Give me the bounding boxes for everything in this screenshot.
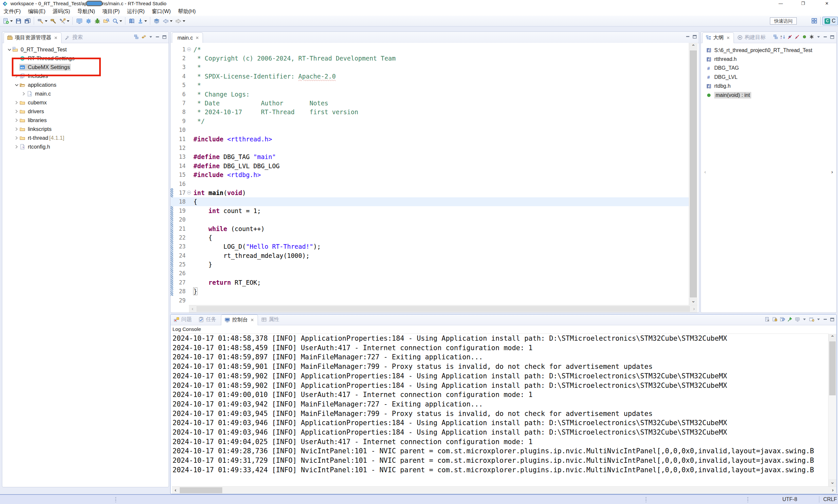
chevron-collapsed-icon[interactable] xyxy=(14,136,19,140)
tree-item-body[interactable]: libraries xyxy=(19,117,48,124)
scroll-left-arrow[interactable]: ‹ xyxy=(189,305,196,312)
outline-item-rtthread-h[interactable]: rtthread.h xyxy=(701,55,836,64)
hidestatic-icon[interactable]: s xyxy=(795,34,800,39)
tree-item-body[interactable]: rt-thread [4.1.1] xyxy=(19,134,64,141)
dropdown-caret[interactable] xyxy=(144,20,147,22)
quick-access-box[interactable]: 快速访问 xyxy=(770,17,797,24)
linkeditor-icon[interactable] xyxy=(141,34,146,39)
outline-item-dbg-lvl[interactable]: #DBG_LVL xyxy=(701,73,836,82)
console-scroll-left-arrow[interactable]: ‹ xyxy=(172,487,179,494)
displayconsole-icon[interactable] xyxy=(795,317,800,322)
back-button[interactable] xyxy=(161,17,174,25)
tree-item-body[interactable]: C0_RT_Thread_Test xyxy=(12,46,68,53)
build-button[interactable] xyxy=(36,17,49,25)
openconsole-icon[interactable] xyxy=(809,317,814,322)
collapseall-icon[interactable] xyxy=(134,34,139,39)
tree-item-body[interactable]: .cmain.c xyxy=(26,90,52,97)
outline-tab[interactable]: 构建目标 xyxy=(734,32,769,43)
tree-item-body[interactable]: cubemx xyxy=(19,99,48,106)
tree-item-applications[interactable]: applications xyxy=(2,80,168,89)
menu-窗口W[interactable]: 窗口(W) xyxy=(148,7,175,16)
editor-vscroll-thumb[interactable] xyxy=(690,50,697,298)
outline-scroll-right-arrow[interactable]: › xyxy=(828,32,836,312)
console-tab[interactable]: 问题 xyxy=(171,314,195,325)
chevron-collapsed-icon[interactable] xyxy=(14,100,19,105)
fold-marker-icon[interactable] xyxy=(187,191,192,195)
open-resource-button[interactable] xyxy=(102,17,111,25)
viewmenu-icon[interactable] xyxy=(816,317,821,321)
menu-帮助H[interactable]: 帮助(H) xyxy=(175,7,199,16)
tree-item-drivers[interactable]: drivers xyxy=(2,107,168,116)
tree-item-linkscripts[interactable]: linkscripts xyxy=(2,125,168,133)
tree-item-0-rt-thread-test[interactable]: C0_RT_Thread_Test xyxy=(2,45,168,54)
tools-button[interactable] xyxy=(58,17,70,25)
tree-item-main-c[interactable]: .cmain.c xyxy=(2,89,168,98)
scrolllock-icon[interactable] xyxy=(772,317,778,322)
minview-icon[interactable] xyxy=(823,317,827,322)
collapseall-icon[interactable] xyxy=(773,34,778,39)
window-close-button[interactable]: ✕ xyxy=(819,0,834,7)
dropdown-caret[interactable] xyxy=(10,20,13,22)
console-vscroll-thumb[interactable] xyxy=(829,341,836,395)
editor-hscroll-thumb[interactable] xyxy=(196,306,690,312)
new-wizard-button[interactable] xyxy=(2,17,14,25)
hidefields-icon[interactable] xyxy=(788,34,792,39)
c-perspective-button[interactable]: C C xyxy=(822,17,838,25)
chevron-collapsed-icon[interactable] xyxy=(14,109,19,114)
editor-horizontal-scrollbar[interactable]: ‹ › xyxy=(189,305,698,312)
viewmenu-icon[interactable] xyxy=(149,35,153,39)
save-all-button[interactable] xyxy=(23,17,32,25)
tree-item-rtconfig-h[interactable]: .hrtconfig.h xyxy=(2,142,168,151)
maxview-icon[interactable] xyxy=(692,34,697,39)
minview-icon[interactable] xyxy=(685,34,690,39)
outline-item-main-void-int[interactable]: main(void) : int xyxy=(701,91,836,100)
chevron-collapsed-icon[interactable] xyxy=(14,127,19,131)
filterast-icon[interactable] xyxy=(809,34,814,39)
menu-项目P[interactable]: 项目(P) xyxy=(99,7,123,16)
chevron-expanded-icon[interactable] xyxy=(6,47,12,52)
scroll-right-arrow[interactable]: › xyxy=(690,305,698,312)
menu-源码S[interactable]: 源码(S) xyxy=(49,7,74,16)
wordwrap-icon[interactable] xyxy=(780,317,785,322)
explorer-tab[interactable]: 项目资源管理器 xyxy=(4,32,61,43)
debug-button[interactable] xyxy=(93,17,102,25)
tree-item-rt-thread[interactable]: rt-thread [4.1.1] xyxy=(2,133,168,142)
menu-运行R[interactable]: 运行(R) xyxy=(123,7,148,16)
menu-导航N[interactable]: 导航(N) xyxy=(74,7,99,16)
dropdown-caret[interactable] xyxy=(170,20,173,22)
window-minimize-button[interactable]: — xyxy=(773,0,788,7)
outline-item-s-6-rt-thread-project-0-rt-thr[interactable]: S:\6_rt_thread_project\0_RT_Thread_Test xyxy=(701,46,836,55)
window-restore-button[interactable]: ❐ xyxy=(796,0,810,7)
menu-编辑E[interactable]: 编辑(E) xyxy=(24,7,49,16)
tree-item-cubemx[interactable]: cubemx xyxy=(2,98,168,107)
sortaz-icon[interactable]: az xyxy=(780,34,785,39)
dropdown-caret[interactable] xyxy=(120,20,122,22)
scroll-down-arrow[interactable]: ⌄ xyxy=(689,298,698,305)
clearconsole-icon[interactable] xyxy=(765,317,770,322)
close-icon[interactable] xyxy=(195,36,199,40)
chevron-collapsed-icon[interactable] xyxy=(14,118,19,123)
log-output[interactable]: 2024-10-17 01:48:58,378 [INFO] Applicati… xyxy=(171,334,828,486)
menu-文件F[interactable]: 文件(F) xyxy=(0,7,24,16)
console-tab[interactable]: 属性 xyxy=(258,314,283,325)
code-editor[interactable]: 1/*2 * Copyright (c) 2006-2024, RT-Threa… xyxy=(171,43,689,305)
chevron-collapsed-icon[interactable] xyxy=(21,91,26,96)
close-icon[interactable] xyxy=(54,36,58,40)
chevron-expanded-icon[interactable] xyxy=(14,83,19,87)
dropdown-caret[interactable] xyxy=(67,20,69,22)
console-vertical-scrollbar[interactable]: ⌃ ⌄ xyxy=(828,334,836,486)
console-hscroll-thumb[interactable] xyxy=(180,487,222,493)
tree-item-body[interactable]: linkscripts xyxy=(19,126,52,132)
console-scroll-right-arrow[interactable]: › xyxy=(829,487,836,494)
tree-item-body[interactable]: .hrtconfig.h xyxy=(19,143,51,150)
dropdown-caret[interactable] xyxy=(183,20,185,22)
layers-button[interactable] xyxy=(153,17,161,25)
close-icon[interactable] xyxy=(726,36,730,40)
terminal-button[interactable] xyxy=(75,17,84,25)
maxview-icon[interactable] xyxy=(830,317,834,322)
outline-item-dbg-tag[interactable]: #DBG_TAG xyxy=(701,64,836,73)
dropdown-caret[interactable] xyxy=(45,20,48,22)
minview-icon[interactable] xyxy=(155,35,160,39)
help-button[interactable] xyxy=(128,17,136,25)
outline-item-rtdbg-h[interactable]: rtdbg.h xyxy=(701,82,836,91)
